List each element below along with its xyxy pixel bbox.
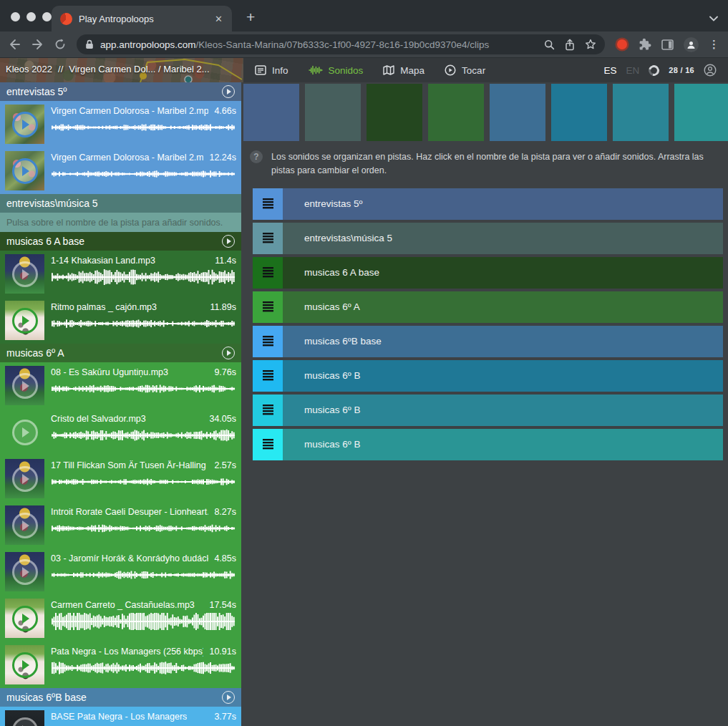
clip-play-overlay[interactable] bbox=[5, 552, 44, 591]
track-row[interactable]: musicas 6º A bbox=[253, 291, 723, 323]
clip-row[interactable]: 1-14 Khakasian Land.mp311.4s bbox=[0, 251, 241, 297]
reload-button[interactable] bbox=[54, 39, 66, 50]
clip-row[interactable]: Pata Negra - Los Managers (256 kbps).mp3… bbox=[0, 642, 241, 688]
track-name-cell[interactable]: musicas 6ºB base bbox=[283, 326, 723, 357]
track-drag-handle[interactable] bbox=[253, 257, 283, 289]
track-color-swatch[interactable] bbox=[367, 84, 422, 141]
side-panel-icon[interactable] bbox=[661, 39, 674, 50]
track-drag-handle[interactable] bbox=[253, 429, 283, 460]
track-color-swatch[interactable] bbox=[305, 84, 361, 141]
track-name-cell[interactable]: musicas 6 A base bbox=[283, 257, 723, 289]
clip-row[interactable]: BASE Pata Negra - Los Managers3.77s bbox=[0, 707, 241, 726]
clip-play-overlay[interactable] bbox=[5, 710, 44, 726]
track-section-header[interactable]: musicas 6 A base bbox=[0, 232, 241, 251]
clip-play-overlay[interactable] bbox=[5, 645, 44, 684]
breadcrumb-project[interactable]: Kleos 2022 bbox=[6, 64, 52, 74]
breadcrumb-path[interactable]: Virgen Carmen Dol... / Maribel 2... bbox=[69, 64, 209, 74]
bookmark-star-icon[interactable] bbox=[585, 39, 596, 50]
track-name-cell[interactable]: musicas 6º B bbox=[283, 429, 723, 460]
track-drag-handle[interactable] bbox=[253, 395, 283, 426]
track-section-header[interactable]: musicas 6ºB base bbox=[0, 688, 241, 707]
clip-play-overlay[interactable] bbox=[5, 254, 44, 294]
track-play-button[interactable] bbox=[222, 235, 235, 248]
track-drag-handle[interactable] bbox=[253, 360, 283, 392]
clip-row[interactable]: Ritmo palmas _ cajón.mp311.89s bbox=[0, 297, 241, 344]
browser-menu-icon[interactable]: ⋮ bbox=[709, 38, 719, 51]
nav-item-sonidos[interactable]: Sonidos bbox=[309, 65, 364, 76]
clip-play-overlay[interactable] bbox=[5, 459, 44, 498]
clip-row[interactable]: 08 - Es Sakūru Uguntiņu.mp39.76s bbox=[0, 362, 241, 409]
track-color-swatch[interactable] bbox=[428, 84, 484, 141]
extensions-puzzle-icon[interactable] bbox=[639, 38, 651, 51]
share-icon[interactable] bbox=[565, 39, 575, 51]
track-name-cell[interactable]: musicas 6º B bbox=[283, 360, 723, 392]
new-tab-button[interactable]: + bbox=[242, 6, 259, 32]
clip-play-overlay[interactable] bbox=[5, 505, 44, 545]
track-name-cell[interactable]: entrevistas\música 5 bbox=[283, 223, 723, 254]
clip-row[interactable]: Introit Rorate Caeli Desuper - Lionheart… bbox=[0, 502, 241, 548]
track-row[interactable]: musicas 6º B bbox=[253, 360, 723, 392]
nav-label-tocar: Tocar bbox=[462, 65, 485, 76]
track-color-swatch[interactable] bbox=[490, 84, 545, 141]
back-button[interactable] bbox=[9, 39, 21, 50]
track-row[interactable]: musicas 6º B bbox=[253, 395, 723, 426]
track-row[interactable]: musicas 6º B bbox=[253, 429, 723, 460]
tab-search-chevron-icon[interactable] bbox=[709, 6, 718, 32]
address-bar[interactable]: app.antropoloops.com/Kleos-Santa-Marina/… bbox=[77, 34, 605, 54]
language-es-toggle[interactable]: ES bbox=[603, 65, 616, 76]
clip-play-overlay[interactable] bbox=[5, 599, 44, 638]
nav-item-info[interactable]: Info bbox=[255, 65, 288, 76]
zoom-page-icon[interactable] bbox=[544, 39, 555, 50]
track-play-button[interactable] bbox=[222, 85, 235, 98]
track-drag-handle[interactable] bbox=[253, 326, 283, 357]
clip-play-overlay[interactable] bbox=[5, 301, 44, 340]
track-row[interactable]: entrevistas\música 5 bbox=[253, 223, 723, 254]
browser-tab[interactable]: Play Antropoloops ✕ bbox=[52, 6, 232, 32]
forward-button[interactable] bbox=[31, 39, 44, 50]
window-minimize-button[interactable] bbox=[26, 12, 36, 21]
track-drag-handle[interactable] bbox=[253, 188, 283, 220]
clip-play-overlay[interactable] bbox=[5, 412, 44, 452]
clip-play-overlay[interactable] bbox=[5, 151, 44, 190]
clip-body: BASE Pata Negra - Los Managers3.77s bbox=[51, 710, 236, 726]
profile-avatar[interactable] bbox=[684, 37, 699, 52]
track-color-swatch[interactable] bbox=[551, 84, 607, 141]
clip-row[interactable]: 17 Till Flickan Som Är Tusen År-Halling … bbox=[0, 455, 241, 502]
clip-play-overlay[interactable] bbox=[5, 366, 44, 405]
track-color-swatch[interactable] bbox=[613, 84, 669, 141]
nav-item-mapa[interactable]: Mapa bbox=[383, 65, 424, 76]
lock-icon[interactable] bbox=[85, 39, 94, 49]
language-en-toggle[interactable]: EN bbox=[626, 65, 639, 76]
track-section-header[interactable]: musicas 6º A bbox=[0, 344, 241, 362]
clip-row[interactable]: Virgen Carmen Dolorosa - Maribel 2.mp312… bbox=[0, 147, 241, 194]
track-row[interactable]: musicas 6ºB base bbox=[253, 326, 723, 357]
play-triangle-icon bbox=[227, 694, 231, 700]
track-section-header[interactable]: entrevistas 5º bbox=[0, 82, 241, 101]
window-controls[interactable] bbox=[11, 12, 52, 21]
url-text[interactable]: app.antropoloops.com/Kleos-Santa-Marina/… bbox=[100, 39, 538, 50]
window-close-button[interactable] bbox=[11, 12, 20, 21]
track-name-cell[interactable]: entrevistas 5º bbox=[283, 188, 723, 220]
track-color-swatch[interactable] bbox=[243, 84, 299, 141]
track-row[interactable]: entrevistas 5º bbox=[253, 188, 723, 220]
clip-row[interactable]: 03 - Jaromír Horák & Konrádyho dudácká .… bbox=[0, 548, 241, 595]
account-icon[interactable] bbox=[704, 64, 717, 77]
track-color-swatch[interactable] bbox=[674, 84, 728, 141]
clip-play-overlay[interactable] bbox=[5, 105, 44, 144]
window-zoom-button[interactable] bbox=[42, 12, 52, 21]
track-name: musicas 6º B bbox=[304, 405, 360, 415]
track-drag-handle[interactable] bbox=[253, 223, 283, 254]
clip-row[interactable]: Cristo del Salvador.mp334.05s bbox=[0, 409, 241, 455]
track-section-header[interactable]: entrevistas\música 5 bbox=[0, 194, 241, 213]
track-play-button[interactable] bbox=[222, 347, 235, 359]
record-extension-icon[interactable] bbox=[617, 39, 627, 49]
track-drag-handle[interactable] bbox=[253, 291, 283, 323]
track-play-button[interactable] bbox=[222, 691, 235, 704]
clip-row[interactable]: Carmen Carreto _ Castañuelas.mp317.54s bbox=[0, 595, 241, 642]
track-name-cell[interactable]: musicas 6º B bbox=[283, 395, 723, 426]
nav-item-tocar[interactable]: Tocar bbox=[445, 64, 485, 76]
track-name-cell[interactable]: musicas 6º A bbox=[283, 291, 723, 323]
track-row[interactable]: musicas 6 A base bbox=[253, 257, 723, 289]
tab-close-icon[interactable]: ✕ bbox=[213, 14, 225, 24]
clip-row[interactable]: Virgen Carmen Dolorosa - Maribel 2.mp34.… bbox=[0, 101, 241, 147]
